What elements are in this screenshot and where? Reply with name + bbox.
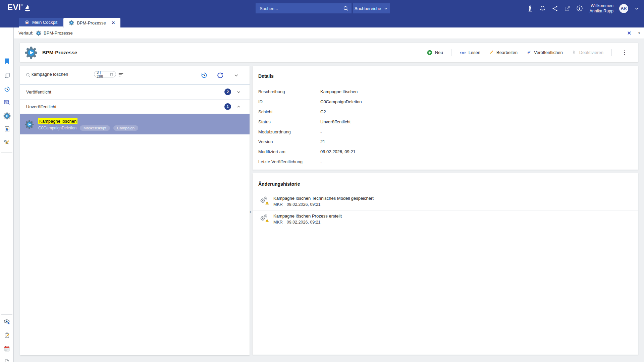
page-header-card: BPM-Prozesse Neu Lesen Bearbeiten Veröff… xyxy=(20,43,638,62)
detail-label: Beschreibung xyxy=(258,89,320,94)
refresh-icon[interactable] xyxy=(216,71,224,79)
deaktivieren-button[interactable]: Deaktivieren xyxy=(571,50,603,56)
verlauf-label: Verlauf: xyxy=(18,31,33,36)
detail-value: - xyxy=(320,129,638,134)
history-entry-timestamp: 09.02.2026, 09:21 xyxy=(287,220,321,225)
tab-mein-cockpit[interactable]: Mein Cockpit xyxy=(19,18,63,27)
list-search-row: 3 | 266 xyxy=(20,66,250,85)
details-row: BeschreibungKampagne löschen xyxy=(258,87,638,97)
avatar[interactable]: AR xyxy=(619,4,628,13)
welcome-text: Willkommen Annika Rupp xyxy=(589,3,613,14)
verlauf-close-icon[interactable]: ✕ xyxy=(627,30,631,36)
verlauf-caret-icon[interactable]: ▾ xyxy=(638,31,640,35)
detail-value: - xyxy=(320,159,638,164)
share-icon[interactable] xyxy=(551,4,559,12)
lighthouse-icon[interactable] xyxy=(526,4,534,12)
plus-circle-icon xyxy=(427,50,433,56)
group-label: Veröffentlicht xyxy=(26,89,51,95)
veroeffentlichen-button[interactable]: Veröffentlichen xyxy=(526,50,563,56)
tab-bar: Mein Cockpit BPM-Prozesse ✕ xyxy=(19,18,120,27)
topbar-icon-group: Willkommen Annika Rupp AR xyxy=(526,0,641,17)
history-entry-meta: MKR09.02.2026, 09:21 xyxy=(273,202,374,207)
logo-text: EVI xyxy=(7,3,21,12)
change-history-card: Änderungshistorie Kampagne löschen Techn… xyxy=(253,173,638,355)
rocket-icon xyxy=(526,50,532,56)
welcome-line1: Willkommen xyxy=(589,3,613,8)
change-history-list: Kampagne löschen Technisches Modell gesp… xyxy=(253,193,638,228)
search-scope-dropdown[interactable]: Suchbereiche xyxy=(353,3,390,13)
history-entry-user: MKR xyxy=(273,220,283,225)
document-gear-icon[interactable] xyxy=(3,358,11,362)
chevron-up-icon xyxy=(236,105,241,109)
calendar-icon[interactable] xyxy=(3,345,11,353)
history-clock-icon[interactable] xyxy=(3,85,11,93)
tab-bpm-prozesse[interactable]: BPM-Prozesse ✕ xyxy=(63,18,120,27)
verlauf-item-bpm-prozesse[interactable]: BPM-Prozesse xyxy=(36,31,73,36)
clipboard-edit-icon[interactable] xyxy=(3,331,11,340)
list-search-input[interactable] xyxy=(32,72,92,77)
bpm-gear-play-icon xyxy=(69,20,74,25)
list-item-kampagne-loeschen[interactable]: Kampagne löschen C0CampaignDeletion Mask… xyxy=(20,114,250,134)
verlauf-item-label: BPM-Prozesse xyxy=(44,31,73,36)
detail-label: Schicht xyxy=(258,109,320,114)
bpm-gear-play-icon xyxy=(36,31,41,36)
list-search-field: 3 | 266 xyxy=(32,70,116,80)
detail-value: 21 xyxy=(320,139,638,144)
group-veroeffentlicht[interactable]: Veröffentlicht 2 xyxy=(20,85,250,100)
user-menu-chevron-icon[interactable] xyxy=(633,4,641,12)
details-row: Version21 xyxy=(258,137,638,147)
result-count-text: 3 | 266 xyxy=(97,70,108,78)
report-pie-icon[interactable] xyxy=(3,125,11,133)
top-header: EVI ® Suchbereiche Willkommen xyxy=(0,0,644,27)
report-search-icon[interactable] xyxy=(3,98,11,107)
notifications-bell-icon[interactable] xyxy=(538,4,546,12)
details-row: Modulzuordnung- xyxy=(258,127,638,137)
history-entry-timestamp: 09.02.2026, 09:21 xyxy=(287,202,321,207)
rail-divider xyxy=(1,314,12,315)
global-search-input[interactable] xyxy=(260,6,343,11)
more-info-icon[interactable] xyxy=(576,4,584,12)
lesen-button[interactable]: Lesen xyxy=(460,50,480,56)
item-tag: Maskenskript xyxy=(80,125,110,131)
search-icon xyxy=(25,72,31,78)
watch-eye-star-icon[interactable] xyxy=(3,318,11,326)
action-toolbar: Neu Lesen Bearbeiten Veröffentlichen Dea… xyxy=(427,49,638,56)
app-logo: EVI ® xyxy=(7,3,31,12)
item-id: C0CampaignDeletion xyxy=(38,126,76,130)
sailboat-icon xyxy=(24,4,31,12)
detail-value: Kampagne löschen xyxy=(320,89,638,94)
history-entry-title: Kampagne löschen Prozess erstellt xyxy=(273,214,342,219)
tab-label: Mein Cockpit xyxy=(32,20,57,25)
more-actions-kebab-icon[interactable]: ⋮ xyxy=(620,49,629,56)
panel-collapse-handle[interactable]: ‹ xyxy=(248,207,252,216)
clear-trash-icon[interactable] xyxy=(110,72,113,76)
details-rows: BeschreibungKampagne löschen IDC0Campaig… xyxy=(258,87,638,167)
details-row: IDC0CampaignDeletion xyxy=(258,97,638,107)
chevron-down-icon[interactable] xyxy=(232,71,240,79)
external-link-icon[interactable] xyxy=(563,4,571,12)
detail-value: C2 xyxy=(320,109,638,114)
tools-icon[interactable] xyxy=(3,138,11,147)
search-history-icon[interactable] xyxy=(200,71,208,79)
neu-button[interactable]: Neu xyxy=(427,50,443,56)
detail-value: Unveröffentlicht xyxy=(320,119,638,124)
tab-close-icon[interactable]: ✕ xyxy=(112,20,115,25)
global-search-box xyxy=(256,3,352,13)
logo-registered-mark: ® xyxy=(21,3,23,7)
pages-icon[interactable] xyxy=(3,71,11,79)
rocket-disabled-icon xyxy=(571,50,577,56)
toolbar-divider xyxy=(451,49,451,56)
detail-value: 09.02.2026, 09:21 xyxy=(320,149,638,154)
bpm-gear-play-icon[interactable] xyxy=(3,112,11,120)
sort-icon[interactable] xyxy=(118,72,124,77)
group-unveroeffentlicht[interactable]: Unveröffentlicht 1 xyxy=(20,100,250,114)
bookmark-icon[interactable] xyxy=(3,57,11,65)
search-icon[interactable] xyxy=(343,5,349,11)
chevron-down-icon xyxy=(236,90,241,94)
history-entry-user: MKR xyxy=(273,202,283,207)
detail-label: Modulzuordnung xyxy=(258,129,320,134)
bearbeiten-button[interactable]: Bearbeiten xyxy=(488,50,518,55)
avatar-initials: AR xyxy=(621,6,627,11)
gears-warning-icon xyxy=(260,214,269,223)
group-label: Unveröffentlicht xyxy=(26,104,56,109)
